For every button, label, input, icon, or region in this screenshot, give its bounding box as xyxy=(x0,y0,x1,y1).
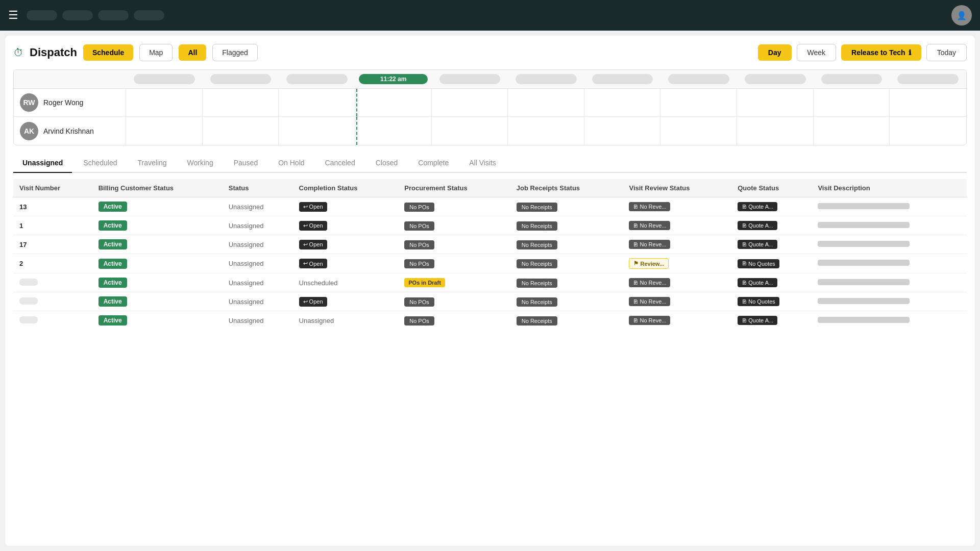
all-button[interactable]: All xyxy=(179,44,206,61)
sched-cell-r-2 xyxy=(203,89,279,116)
cell-visit-review: 🖹No Reve... xyxy=(623,292,731,311)
cell-job-receipts: No Receipts xyxy=(510,273,623,292)
nav-pill-1[interactable] xyxy=(27,10,57,20)
cell-description xyxy=(812,197,967,216)
tab-traveling[interactable]: Traveling xyxy=(129,154,176,173)
cell-job-receipts: No Receipts xyxy=(510,235,623,254)
schedule-button[interactable]: Schedule xyxy=(83,44,133,61)
sched-cell-r-4 xyxy=(355,89,432,116)
table-container: Visit Number Billing Customer Status Sta… xyxy=(13,179,967,330)
sched-cell-r-9 xyxy=(737,89,814,116)
cell-billing-status: Active xyxy=(92,235,223,254)
sched-cell-r-1 xyxy=(126,89,203,116)
table-row[interactable]: 1ActiveUnassigned↩OpenNo POsNo Receipts🖹… xyxy=(13,216,967,235)
cell-procurement-status: No POs xyxy=(398,216,510,235)
sched-cell-r-8 xyxy=(660,89,737,116)
table-row[interactable]: 2ActiveUnassigned↩OpenNo POsNo Receipts⚑… xyxy=(13,254,967,273)
cell-visit-number: 13 xyxy=(13,197,92,216)
cell-procurement-status: No POs xyxy=(398,197,510,216)
sched-cell-a-10 xyxy=(814,117,890,145)
table-header-row: Visit Number Billing Customer Status Sta… xyxy=(13,179,967,197)
cell-visit-number xyxy=(13,311,92,330)
tech-name-roger: Roger Wong xyxy=(43,98,83,107)
release-label: Release to Tech xyxy=(851,48,905,57)
page-title: Dispatch xyxy=(30,46,77,59)
sched-cell-a-7 xyxy=(584,117,661,145)
cell-completion-status: Unassigned xyxy=(293,311,399,330)
cell-procurement-status: No POs xyxy=(398,254,510,273)
tab-paused[interactable]: Paused xyxy=(225,154,267,173)
cell-quote-status: 🖹Quote A... xyxy=(731,311,812,330)
cell-status: Unassigned xyxy=(223,292,293,311)
table-row[interactable]: ActiveUnassignedUnassignedNo POsNo Recei… xyxy=(13,311,967,330)
cell-description xyxy=(812,273,967,292)
tech-row-2: AK Arvind Krishnan xyxy=(14,117,966,145)
table-row[interactable]: 13ActiveUnassigned↩OpenNo POsNo Receipts… xyxy=(13,197,967,216)
sched-cell-a-6 xyxy=(508,117,584,145)
tab-working[interactable]: Working xyxy=(178,154,223,173)
nav-logo-icon: ☰ xyxy=(8,9,18,22)
cell-description xyxy=(812,216,967,235)
cell-job-receipts: No Receipts xyxy=(510,216,623,235)
tech-avatar-roger: RW xyxy=(20,93,38,112)
header-left: ⏱ Dispatch Schedule Map All Flagged xyxy=(13,44,258,61)
user-avatar[interactable]: 👤 xyxy=(951,5,972,26)
tab-canceled[interactable]: Canceled xyxy=(316,154,364,173)
release-to-tech-button[interactable]: Release to Tech ℹ xyxy=(841,44,921,61)
flagged-button[interactable]: Flagged xyxy=(212,44,258,61)
nav-pill-2[interactable] xyxy=(62,10,93,20)
cell-completion-status: ↩Open xyxy=(293,292,399,311)
table-row[interactable]: 17ActiveUnassigned↩OpenNo POsNo Receipts… xyxy=(13,235,967,254)
week-button[interactable]: Week xyxy=(797,44,837,61)
tab-scheduled[interactable]: Scheduled xyxy=(74,154,126,173)
cell-visit-review: 🖹No Reve... xyxy=(623,216,731,235)
time-line-roger xyxy=(356,89,357,116)
cell-visit-review: 🖹No Reve... xyxy=(623,273,731,292)
cell-status: Unassigned xyxy=(223,216,293,235)
day-button[interactable]: Day xyxy=(758,44,792,61)
current-time-badge: 11:22 am xyxy=(359,74,428,84)
header-right: Day Week Release to Tech ℹ Today xyxy=(758,44,967,61)
col-billing-status: Billing Customer Status xyxy=(92,179,223,197)
cell-description xyxy=(812,254,967,273)
nav-pill-4[interactable] xyxy=(134,10,164,20)
cell-billing-status: Active xyxy=(92,311,223,330)
cell-description xyxy=(812,292,967,311)
schedule-grid: 11:22 am RW Roger Wong xyxy=(13,69,967,145)
cell-visit-number xyxy=(13,292,92,311)
tech-cell-roger: RW Roger Wong xyxy=(14,89,126,116)
today-button[interactable]: Today xyxy=(926,44,967,61)
tech-row-1: RW Roger Wong xyxy=(14,89,966,117)
cell-quote-status: 🖹Quote A... xyxy=(731,235,812,254)
cell-procurement-status: No POs xyxy=(398,292,510,311)
cell-billing-status: Active xyxy=(92,273,223,292)
nav-pills xyxy=(27,10,164,20)
map-button[interactable]: Map xyxy=(139,44,173,61)
sched-cell-a-11 xyxy=(890,117,966,145)
table-row[interactable]: ActiveUnassigned↩OpenNo POsNo Receipts🖹N… xyxy=(13,292,967,311)
cell-visit-review: 🖹No Reve... xyxy=(623,235,731,254)
dispatch-icon: ⏱ xyxy=(13,47,23,59)
col-visit-number: Visit Number xyxy=(13,179,92,197)
sched-cell-a-4 xyxy=(355,117,432,145)
header-row: ⏱ Dispatch Schedule Map All Flagged Day … xyxy=(13,44,967,61)
tab-unassigned[interactable]: Unassigned xyxy=(13,154,72,173)
cell-quote-status: 🖹Quote A... xyxy=(731,216,812,235)
cell-completion-status: ↩Open xyxy=(293,235,399,254)
tab-on-hold[interactable]: On Hold xyxy=(269,154,313,173)
cell-status: Unassigned xyxy=(223,254,293,273)
cell-procurement-status: No POs xyxy=(398,311,510,330)
schedule-header: 11:22 am xyxy=(14,70,966,89)
tab-complete[interactable]: Complete xyxy=(409,154,458,173)
tech-cell-arvind: AK Arvind Krishnan xyxy=(14,117,126,145)
table-row[interactable]: ActiveUnassignedUnscheduledPOs in DraftN… xyxy=(13,273,967,292)
cell-procurement-status: POs in Draft xyxy=(398,273,510,292)
cell-completion-status: Unscheduled xyxy=(293,273,399,292)
col-status: Status xyxy=(223,179,293,197)
tabs: Unassigned Scheduled Traveling Working P… xyxy=(13,154,967,173)
sched-cell-r-10 xyxy=(814,89,890,116)
cell-visit-review: 🖹No Reve... xyxy=(623,311,731,330)
nav-pill-3[interactable] xyxy=(98,10,129,20)
tab-closed[interactable]: Closed xyxy=(366,154,407,173)
tab-all-visits[interactable]: All Visits xyxy=(460,154,505,173)
